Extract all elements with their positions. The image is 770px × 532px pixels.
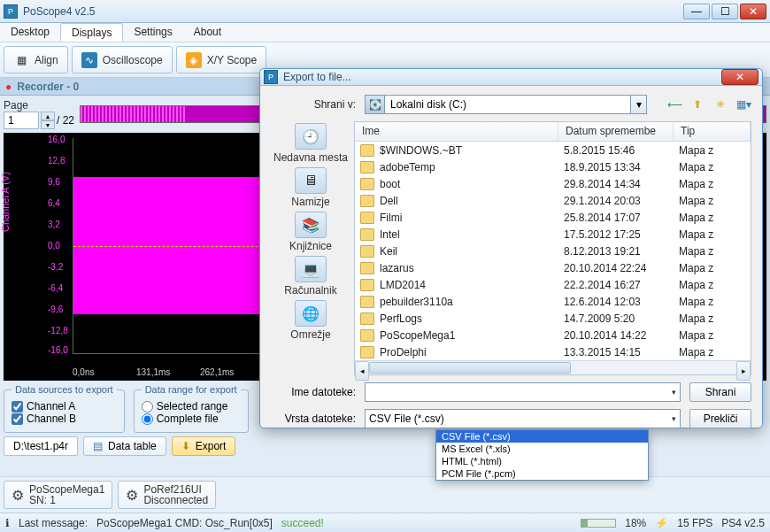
file-name: boot — [380, 178, 564, 190]
close-button[interactable]: ✕ — [740, 4, 766, 19]
dialog-title: Export to file... — [283, 71, 721, 83]
device-2[interactable]: ⚙ PoRef216UIDisconnected — [118, 481, 216, 509]
file-listview[interactable]: Ime Datum spremembe Tip $WINDOWS.~BT5.8.… — [354, 121, 751, 375]
app-icon: P — [4, 4, 18, 19]
device-1[interactable]: ⚙ PoScopeMega1SN: 1 — [4, 481, 112, 509]
folder-icon — [360, 279, 374, 291]
file-date: 5.8.2015 15:46 — [564, 144, 679, 157]
selected-range-radio[interactable]: Selected range — [142, 400, 241, 412]
data-table-button[interactable]: ▤Data table — [83, 436, 166, 456]
chevron-down-icon[interactable]: ▾ — [631, 95, 647, 114]
col-date[interactable]: Datum spremembe — [558, 122, 674, 141]
minimize-button[interactable]: — — [683, 4, 710, 19]
file-type: Mapa z — [679, 245, 751, 258]
file-name: LMD2014 — [380, 279, 564, 291]
list-item[interactable]: Filmi25.8.2014 17:07Mapa z — [355, 209, 751, 226]
place-recent[interactable]: 🕘Nedavna mesta — [273, 123, 348, 164]
list-item[interactable]: Keil8.12.2013 19:21Mapa z — [355, 243, 751, 259]
info-icon: ℹ — [5, 517, 10, 529]
col-name[interactable]: Ime — [355, 122, 558, 141]
savein-combo[interactable]: 💽 Lokalni disk (C:) ▾ — [365, 95, 647, 114]
list-item[interactable]: lazarus20.10.2014 22:24Mapa z — [355, 259, 751, 276]
folder-icon — [360, 144, 374, 157]
complete-file-radio[interactable]: Complete file — [142, 412, 241, 425]
file-name: lazarus — [380, 262, 564, 274]
y-tick: 16,0 — [48, 135, 65, 144]
place-computer[interactable]: 💻Računalnik — [284, 256, 336, 297]
menu-displays[interactable]: Displays — [60, 23, 123, 42]
filename-display[interactable]: D:\test1.p4r — [4, 436, 78, 456]
channel-a-checkbox[interactable]: Channel A — [12, 400, 117, 412]
page-label: Page — [4, 99, 28, 112]
list-item[interactable]: PoScopeMega120.10.2014 14:22Mapa z — [355, 327, 751, 343]
list-item[interactable]: boot29.8.2014 14:34Mapa z — [355, 175, 751, 192]
list-item[interactable]: Intel17.5.2012 17:25Mapa z — [355, 226, 751, 243]
cancel-button[interactable]: Prekliči — [689, 409, 751, 428]
list-item[interactable]: adobeTemp18.9.2015 13:34Mapa z — [355, 158, 751, 175]
list-item[interactable]: $WINDOWS.~BT5.8.2015 15:46Mapa z — [355, 142, 751, 158]
table-icon: ▤ — [93, 440, 103, 452]
filetype-option[interactable]: HTML (*.html) — [436, 455, 648, 467]
file-name: Intel — [380, 228, 564, 241]
filetype-option[interactable]: CSV File (*.csv) — [436, 430, 648, 443]
align-icon: ▦ — [13, 52, 29, 68]
place-network[interactable]: 🌐Omrežje — [290, 300, 330, 341]
filetype-option[interactable]: PCM File (*.pcm) — [436, 467, 648, 480]
scroll-left-button[interactable]: ◂ — [355, 361, 369, 381]
xyscope-button[interactable]: ◈ X/Y Scope — [176, 46, 266, 73]
filetype-label: Vrsta datoteke: — [271, 412, 356, 425]
col-type[interactable]: Tip — [674, 122, 751, 141]
horizontal-scrollbar[interactable]: ◂ ▸ — [355, 360, 751, 374]
cpu-bar — [581, 519, 616, 528]
filetype-dropdown[interactable]: CSV File (*.csv) MS Excel (*.xls) HTML (… — [435, 429, 649, 481]
save-in-row: Shrani v: 💽 Lokalni disk (C:) ▾ ⟵ ⬆ ✳ ▦▾ — [271, 95, 751, 114]
place-libraries[interactable]: 📚Knjižnice — [289, 212, 332, 252]
scroll-track[interactable] — [369, 361, 736, 374]
x-tick: 131,1ms — [136, 367, 170, 377]
network-icon: 🌐 — [295, 300, 327, 327]
list-item[interactable]: LMD201422.2.2014 16:27Mapa z — [355, 276, 751, 293]
new-folder-icon[interactable]: ✳ — [712, 96, 728, 112]
view-menu-icon[interactable]: ▦▾ — [735, 96, 751, 112]
savein-value: Lokalni disk (C:) — [384, 95, 631, 114]
filetype-option[interactable]: MS Excel (*.xls) — [436, 443, 648, 455]
page-input[interactable] — [4, 112, 39, 129]
y-tick: -9,6 — [48, 305, 63, 314]
file-type: Mapa z — [679, 279, 751, 291]
y-tick: 3,2 — [48, 220, 60, 229]
save-button[interactable]: Shrani — [689, 382, 751, 402]
list-item[interactable]: pebuilder3110a12.6.2014 12:03Mapa z — [355, 293, 751, 310]
file-type: Mapa z — [679, 329, 751, 342]
menu-about[interactable]: About — [183, 23, 232, 42]
channel-b-checkbox[interactable]: Channel B — [12, 412, 117, 425]
device-row: ⚙ PoScopeMega1SN: 1 ⚙ PoRef216UIDisconne… — [0, 476, 770, 513]
maximize-button[interactable]: ☐ — [712, 4, 738, 19]
filetype-combo[interactable]: CSV File (*.csv)▾ — [365, 409, 681, 428]
file-type: Mapa z — [679, 312, 751, 325]
dialog-close-button[interactable]: ✕ — [721, 69, 758, 85]
file-name: pebuilder3110a — [380, 296, 564, 308]
scroll-right-button[interactable]: ▸ — [736, 361, 751, 381]
align-button[interactable]: ▦ Align — [4, 46, 68, 73]
page-spinner[interactable]: ▲▼ — [41, 112, 55, 129]
list-header[interactable]: Ime Datum spremembe Tip — [355, 122, 751, 142]
export-icon: ⬇ — [181, 440, 190, 452]
place-desktop[interactable]: 🖥Namizje — [291, 167, 329, 208]
filename-combo[interactable]: ▾ — [365, 382, 681, 402]
menu-desktop[interactable]: Desktop — [0, 23, 60, 42]
list-item[interactable]: Dell29.1.2014 20:03Mapa z — [355, 192, 751, 209]
up-icon[interactable]: ⬆ — [689, 96, 705, 112]
list-item[interactable]: PerfLogs14.7.2009 5:20Mapa z — [355, 310, 751, 327]
chevron-down-icon[interactable]: ▾ — [672, 388, 676, 397]
scroll-thumb[interactable] — [369, 362, 571, 374]
back-icon[interactable]: ⟵ — [666, 96, 682, 112]
export-button[interactable]: ⬇Export — [172, 436, 236, 456]
menu-settings[interactable]: Settings — [123, 23, 182, 42]
list-item[interactable]: ProDelphi13.3.2015 14:15Mapa z — [355, 343, 751, 360]
file-name: PerfLogs — [380, 312, 564, 325]
file-name: PoScopeMega1 — [380, 329, 564, 342]
filename-label: Ime datoteke: — [271, 386, 356, 398]
chevron-down-icon[interactable]: ▾ — [672, 414, 676, 423]
file-type: Mapa z — [679, 161, 751, 173]
oscilloscope-button[interactable]: ∿ Oscilloscope — [72, 46, 173, 73]
